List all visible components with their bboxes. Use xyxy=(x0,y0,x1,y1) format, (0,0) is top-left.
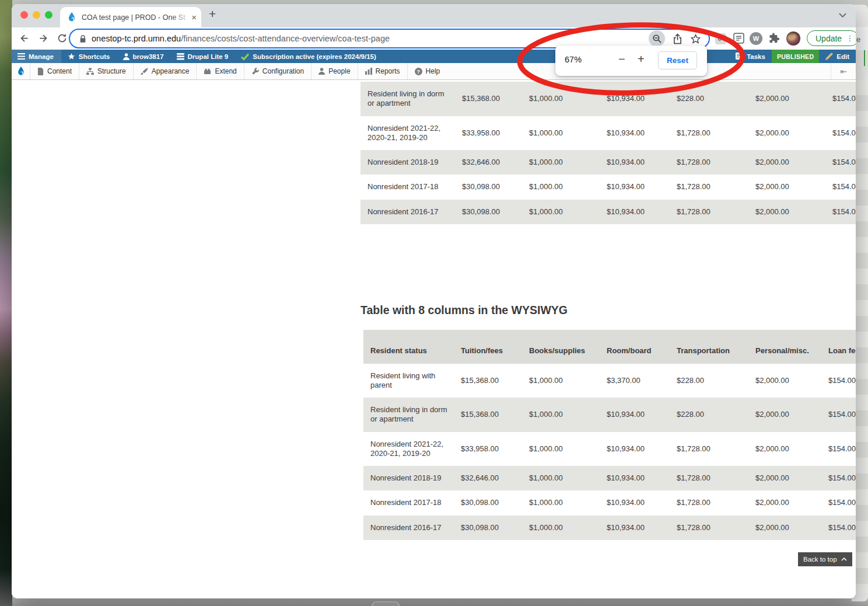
row-label: Nonresident 2016-17 xyxy=(363,516,454,540)
drupal-logo-icon[interactable] xyxy=(12,63,30,79)
forward-icon[interactable] xyxy=(37,32,50,44)
table-cell: $10,934.00 xyxy=(600,116,670,151)
url-text: onestop-tc.prd.umn.edu/finances/costs/co… xyxy=(92,34,390,43)
table-cell: $10,934.00 xyxy=(600,466,670,490)
update-button[interactable]: Update ⋮ xyxy=(807,30,856,46)
admin-shortcuts-item[interactable]: Shortcuts xyxy=(61,50,117,63)
question-icon: ? xyxy=(415,68,422,75)
row-label: Resident living in dorm or apartment xyxy=(363,398,454,432)
table-cell: $10,934.00 xyxy=(600,432,670,466)
profile-avatar[interactable] xyxy=(786,32,800,46)
table-cell: $154.00 xyxy=(825,200,856,224)
wave-extension-icon[interactable]: W xyxy=(750,32,762,45)
admin-drupal-lite-item[interactable]: Drupal Lite 9 xyxy=(170,50,235,63)
row-label: Nonresident 2021-22, 2020-21, 2019-20 xyxy=(360,116,455,151)
table-row: Nonresident 2017-18$30,098.00$1,000.00$1… xyxy=(360,175,856,199)
table-cell: $228.00 xyxy=(670,364,748,398)
menu-item-people[interactable]: People xyxy=(311,63,357,79)
table-cell: $154.00 xyxy=(825,82,856,116)
bar-chart-icon xyxy=(365,68,372,75)
module-icon xyxy=(204,68,211,75)
row-label: Nonresident 2017-18 xyxy=(363,490,454,515)
drupal-admin-bar: Manage Shortcuts brow3817 Drupal Lite 9 … xyxy=(12,50,856,63)
menu-item-reports[interactable]: Reports xyxy=(358,63,407,79)
person-icon xyxy=(318,68,325,75)
share-icon[interactable] xyxy=(673,33,682,44)
fullscreen-window-button[interactable] xyxy=(45,11,52,19)
table-cell: $10,934.00 xyxy=(600,490,670,515)
table-cell: $2,000.00 xyxy=(748,150,825,175)
cost-table-7col: Resident living in dorm or apartment$15,… xyxy=(360,82,856,224)
user-icon xyxy=(123,53,130,60)
table-cell: $154.00 xyxy=(821,466,856,490)
back-icon[interactable] xyxy=(18,32,30,44)
menu-item-structure[interactable]: Structure xyxy=(79,63,133,79)
table-cell: $154.00 xyxy=(825,116,856,151)
close-window-button[interactable] xyxy=(20,11,28,19)
menu-item-content[interactable]: Content xyxy=(30,63,79,79)
table-row: Nonresident 2021-22, 2020-21, 2019-20$33… xyxy=(363,432,856,466)
table-cell: $15,368.00 xyxy=(455,82,522,116)
column-header: Personal/misc. xyxy=(748,330,821,364)
table-cell: $10,934.00 xyxy=(600,516,670,540)
pencil-icon xyxy=(825,53,833,60)
new-tab-button[interactable]: + xyxy=(209,7,216,21)
admin-tasks-item[interactable]: Tasks xyxy=(729,50,772,63)
table-cell: $154.00 xyxy=(825,150,856,175)
admin-edit-item[interactable]: Edit xyxy=(819,50,856,63)
zoom-reset-button[interactable]: Reset xyxy=(658,51,697,69)
row-label: Resident living with parent xyxy=(363,364,454,398)
tab-title: COA test page | PROD - One St xyxy=(82,13,191,22)
table-cell: $1,000.00 xyxy=(522,398,600,432)
table-cell: $2,000.00 xyxy=(748,364,821,398)
zoom-level: 67% xyxy=(565,55,582,64)
table-cell: $2,000.00 xyxy=(748,398,821,432)
table-row: Nonresident 2016-17$30,098.00$1,000.00$1… xyxy=(360,200,856,224)
star-icon xyxy=(68,53,75,60)
table-cell: $15,368.00 xyxy=(454,364,522,398)
menu-item-extend[interactable]: Extend xyxy=(196,63,243,79)
tab-close-icon[interactable]: × xyxy=(191,13,197,22)
password-key-icon[interactable] xyxy=(715,33,726,44)
back-to-top-button[interactable]: Back to top xyxy=(798,552,852,566)
bookmark-star-icon[interactable] xyxy=(690,33,701,44)
extensions-puzzle-icon[interactable] xyxy=(769,33,780,44)
zoom-in-button[interactable]: + xyxy=(638,53,645,66)
table-cell: $1,728.00 xyxy=(670,116,748,151)
minimize-window-button[interactable] xyxy=(33,11,40,19)
table-cell: $10,934.00 xyxy=(600,82,670,116)
table-row: Resident living with parent$15,368.00$1,… xyxy=(363,364,856,398)
column-header: Loan fees xyxy=(821,330,856,364)
table-cell: $1,000.00 xyxy=(522,82,600,116)
wrench-icon xyxy=(251,68,259,75)
lock-icon[interactable] xyxy=(79,34,86,43)
table-cell: $1,728.00 xyxy=(670,175,748,199)
table-cell: $33,958.00 xyxy=(455,116,522,151)
browser-menu-dots-icon[interactable]: ⋮ xyxy=(846,34,853,43)
dock-item[interactable] xyxy=(372,601,400,606)
reload-icon[interactable] xyxy=(57,33,68,44)
row-label: Nonresident 2021-22, 2020-21, 2019-20 xyxy=(363,432,454,466)
row-label: Nonresident 2018-19 xyxy=(360,150,455,175)
reading-list-icon[interactable] xyxy=(733,33,744,44)
browser-tab[interactable]: COA test page | PROD - One St × xyxy=(60,7,201,27)
desktop-wallpaper xyxy=(0,0,12,606)
table-cell: $2,000.00 xyxy=(748,432,821,466)
table-row: Resident living in dorm or apartment$15,… xyxy=(360,82,856,116)
toolbar-collapse-icon[interactable]: ⇤ xyxy=(831,63,856,79)
zoom-out-button[interactable]: − xyxy=(618,53,625,66)
check-icon xyxy=(241,53,249,60)
menu-item-help[interactable]: ? Help xyxy=(407,63,447,79)
zoom-indicator-icon[interactable] xyxy=(649,30,665,47)
admin-manage-item[interactable]: Manage xyxy=(12,50,61,63)
table-cell: $32,646.00 xyxy=(455,150,522,175)
column-header: Tuition/fees xyxy=(454,330,522,364)
table-cell: $3,370.00 xyxy=(600,364,670,398)
table-cell: $1,000.00 xyxy=(522,175,600,199)
tab-search-chevron-icon[interactable] xyxy=(839,13,846,18)
menu-item-appearance[interactable]: Appearance xyxy=(133,63,197,79)
table-cell: $1,728.00 xyxy=(670,516,748,540)
admin-user-item[interactable]: brow3817 xyxy=(117,50,170,63)
menu-item-configuration[interactable]: Configuration xyxy=(244,63,311,79)
browser-window: COA test page | PROD - One St × + xyxy=(12,4,856,598)
